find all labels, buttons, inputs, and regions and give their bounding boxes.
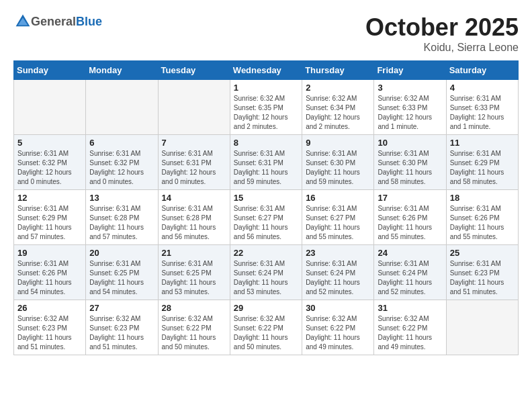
day-info: Sunrise: 6:31 AM Sunset: 6:24 PM Dayligh…: [234, 259, 298, 297]
logo-text-general: General: [31, 15, 76, 28]
calendar-day-cell: 25Sunrise: 6:31 AM Sunset: 6:23 PM Dayli…: [446, 245, 518, 300]
day-number: 19: [17, 248, 82, 258]
day-number: 13: [89, 193, 154, 203]
calendar-day-cell: 3Sunrise: 6:32 AM Sunset: 6:33 PM Daylig…: [374, 80, 446, 135]
day-info: Sunrise: 6:31 AM Sunset: 6:33 PM Dayligh…: [450, 94, 515, 132]
day-number: 30: [306, 303, 370, 313]
day-info: Sunrise: 6:31 AM Sunset: 6:29 PM Dayligh…: [450, 149, 515, 187]
calendar-day-cell: 12Sunrise: 6:31 AM Sunset: 6:29 PM Dayli…: [14, 190, 86, 245]
calendar-day-cell: 30Sunrise: 6:32 AM Sunset: 6:22 PM Dayli…: [302, 300, 374, 355]
day-number: 16: [306, 193, 370, 203]
day-number: 3: [378, 83, 442, 93]
calendar-week-row: 12Sunrise: 6:31 AM Sunset: 6:29 PM Dayli…: [14, 190, 519, 245]
calendar-day-cell: 19Sunrise: 6:31 AM Sunset: 6:26 PM Dayli…: [14, 245, 86, 300]
day-number: 18: [450, 193, 515, 203]
day-number: 12: [17, 193, 82, 203]
day-number: 7: [162, 138, 226, 148]
calendar-day-cell: 2Sunrise: 6:32 AM Sunset: 6:34 PM Daylig…: [302, 80, 374, 135]
logo-icon: [15, 13, 31, 30]
day-info: Sunrise: 6:31 AM Sunset: 6:23 PM Dayligh…: [450, 259, 515, 297]
day-number: 21: [162, 248, 226, 258]
day-info: Sunrise: 6:31 AM Sunset: 6:28 PM Dayligh…: [89, 204, 154, 242]
calendar-day-cell: [446, 300, 518, 355]
calendar-day-cell: 17Sunrise: 6:31 AM Sunset: 6:26 PM Dayli…: [374, 190, 446, 245]
calendar-day-cell: 7Sunrise: 6:31 AM Sunset: 6:31 PM Daylig…: [158, 135, 230, 190]
day-number: 28: [162, 303, 226, 313]
calendar-day-cell: 11Sunrise: 6:31 AM Sunset: 6:29 PM Dayli…: [446, 135, 518, 190]
day-info: Sunrise: 6:31 AM Sunset: 6:25 PM Dayligh…: [89, 259, 154, 297]
day-info: Sunrise: 6:31 AM Sunset: 6:29 PM Dayligh…: [17, 204, 82, 242]
day-number: 2: [306, 83, 370, 93]
day-number: 14: [162, 193, 226, 203]
weekday-header-wednesday: Wednesday: [230, 61, 302, 80]
month-title: October 2025: [365, 13, 519, 42]
day-number: 9: [306, 138, 370, 148]
calendar-day-cell: 31Sunrise: 6:32 AM Sunset: 6:22 PM Dayli…: [374, 300, 446, 355]
day-number: 1: [234, 83, 298, 93]
calendar-week-row: 19Sunrise: 6:31 AM Sunset: 6:26 PM Dayli…: [14, 245, 519, 300]
calendar-week-row: 26Sunrise: 6:32 AM Sunset: 6:23 PM Dayli…: [14, 300, 519, 355]
day-number: 23: [306, 248, 370, 258]
day-info: Sunrise: 6:32 AM Sunset: 6:22 PM Dayligh…: [306, 314, 370, 352]
calendar-day-cell: 22Sunrise: 6:31 AM Sunset: 6:24 PM Dayli…: [230, 245, 302, 300]
day-info: Sunrise: 6:31 AM Sunset: 6:31 PM Dayligh…: [234, 149, 298, 187]
calendar-day-cell: 8Sunrise: 6:31 AM Sunset: 6:31 PM Daylig…: [230, 135, 302, 190]
day-info: Sunrise: 6:32 AM Sunset: 6:35 PM Dayligh…: [234, 94, 298, 132]
calendar-week-row: 5Sunrise: 6:31 AM Sunset: 6:32 PM Daylig…: [14, 135, 519, 190]
calendar-day-cell: 5Sunrise: 6:31 AM Sunset: 6:32 PM Daylig…: [14, 135, 86, 190]
day-info: Sunrise: 6:31 AM Sunset: 6:26 PM Dayligh…: [17, 259, 82, 297]
day-info: Sunrise: 6:31 AM Sunset: 6:24 PM Dayligh…: [306, 259, 370, 297]
calendar-week-row: 1Sunrise: 6:32 AM Sunset: 6:35 PM Daylig…: [14, 80, 519, 135]
calendar-day-cell: 28Sunrise: 6:32 AM Sunset: 6:22 PM Dayli…: [158, 300, 230, 355]
weekday-header-saturday: Saturday: [446, 61, 518, 80]
logo: GeneralBlue: [13, 13, 102, 30]
weekday-header-tuesday: Tuesday: [158, 61, 230, 80]
day-info: Sunrise: 6:31 AM Sunset: 6:28 PM Dayligh…: [162, 204, 226, 242]
calendar-day-cell: 20Sunrise: 6:31 AM Sunset: 6:25 PM Dayli…: [86, 245, 158, 300]
day-info: Sunrise: 6:31 AM Sunset: 6:26 PM Dayligh…: [378, 204, 442, 242]
calendar-table: SundayMondayTuesdayWednesdayThursdayFrid…: [13, 60, 519, 355]
calendar-day-cell: 18Sunrise: 6:31 AM Sunset: 6:26 PM Dayli…: [446, 190, 518, 245]
title-block: October 2025 Koidu, Sierra Leone: [365, 13, 519, 54]
calendar-day-cell: 26Sunrise: 6:32 AM Sunset: 6:23 PM Dayli…: [14, 300, 86, 355]
calendar-day-cell: 15Sunrise: 6:31 AM Sunset: 6:27 PM Dayli…: [230, 190, 302, 245]
day-number: 6: [89, 138, 154, 148]
day-number: 11: [450, 138, 515, 148]
day-number: 22: [234, 248, 298, 258]
calendar-day-cell: [14, 80, 86, 135]
calendar-day-cell: 16Sunrise: 6:31 AM Sunset: 6:27 PM Dayli…: [302, 190, 374, 245]
calendar-day-cell: 21Sunrise: 6:31 AM Sunset: 6:25 PM Dayli…: [158, 245, 230, 300]
calendar-day-cell: 9Sunrise: 6:31 AM Sunset: 6:30 PM Daylig…: [302, 135, 374, 190]
weekday-header-thursday: Thursday: [302, 61, 374, 80]
page-header: GeneralBlue October 2025 Koidu, Sierra L…: [13, 13, 519, 54]
calendar-day-cell: 1Sunrise: 6:32 AM Sunset: 6:35 PM Daylig…: [230, 80, 302, 135]
calendar-day-cell: 29Sunrise: 6:32 AM Sunset: 6:22 PM Dayli…: [230, 300, 302, 355]
day-info: Sunrise: 6:31 AM Sunset: 6:32 PM Dayligh…: [89, 149, 154, 187]
day-info: Sunrise: 6:31 AM Sunset: 6:32 PM Dayligh…: [17, 149, 82, 187]
day-info: Sunrise: 6:31 AM Sunset: 6:25 PM Dayligh…: [162, 259, 226, 297]
day-number: 20: [89, 248, 154, 258]
day-info: Sunrise: 6:32 AM Sunset: 6:33 PM Dayligh…: [378, 94, 442, 132]
day-number: 17: [378, 193, 442, 203]
calendar-day-cell: 27Sunrise: 6:32 AM Sunset: 6:23 PM Dayli…: [86, 300, 158, 355]
day-info: Sunrise: 6:31 AM Sunset: 6:30 PM Dayligh…: [306, 149, 370, 187]
day-info: Sunrise: 6:32 AM Sunset: 6:22 PM Dayligh…: [378, 314, 442, 352]
day-number: 31: [378, 303, 442, 313]
calendar-day-cell: 13Sunrise: 6:31 AM Sunset: 6:28 PM Dayli…: [86, 190, 158, 245]
day-number: 15: [234, 193, 298, 203]
day-info: Sunrise: 6:31 AM Sunset: 6:26 PM Dayligh…: [450, 204, 515, 242]
location-title: Koidu, Sierra Leone: [365, 42, 519, 54]
day-number: 8: [234, 138, 298, 148]
calendar-day-cell: 6Sunrise: 6:31 AM Sunset: 6:32 PM Daylig…: [86, 135, 158, 190]
day-info: Sunrise: 6:32 AM Sunset: 6:23 PM Dayligh…: [89, 314, 154, 352]
day-number: 25: [450, 248, 515, 258]
calendar-day-cell: 14Sunrise: 6:31 AM Sunset: 6:28 PM Dayli…: [158, 190, 230, 245]
calendar-day-cell: 24Sunrise: 6:31 AM Sunset: 6:24 PM Dayli…: [374, 245, 446, 300]
day-info: Sunrise: 6:32 AM Sunset: 6:23 PM Dayligh…: [17, 314, 82, 352]
weekday-header-row: SundayMondayTuesdayWednesdayThursdayFrid…: [14, 61, 519, 80]
calendar-day-cell: 23Sunrise: 6:31 AM Sunset: 6:24 PM Dayli…: [302, 245, 374, 300]
calendar-day-cell: [86, 80, 158, 135]
weekday-header-friday: Friday: [374, 61, 446, 80]
day-info: Sunrise: 6:32 AM Sunset: 6:22 PM Dayligh…: [162, 314, 226, 352]
day-number: 10: [378, 138, 442, 148]
